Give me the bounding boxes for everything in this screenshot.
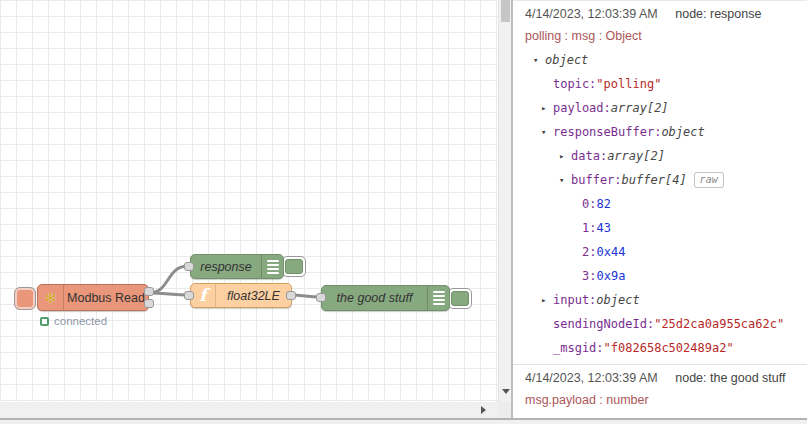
goodstuff-debug-toggle-button[interactable]: [448, 288, 472, 309]
tree-value: object: [545, 53, 588, 67]
function-f-icon: f: [199, 287, 206, 304]
tree-value: 43: [596, 221, 610, 235]
tree-key: 1:: [582, 221, 596, 235]
function-input-port[interactable]: [184, 291, 194, 300]
flow-canvas[interactable]: ✻ Modbus Read connected response f float…: [0, 0, 498, 402]
tree-value: "polling": [596, 77, 661, 91]
function-icon-region: f: [191, 284, 216, 307]
tree-key: payload:: [553, 101, 611, 115]
tree-row-data[interactable]: ▸data: array[2]: [525, 144, 801, 168]
scroll-right-arrow-icon[interactable]: [481, 406, 486, 414]
debug-timestamp: 4/14/2023, 12:03:39 AM: [525, 371, 658, 385]
debug-source-node: node: response: [675, 7, 761, 21]
scroll-down-arrow-icon[interactable]: [502, 389, 510, 394]
node-modbus-read[interactable]: ✻ Modbus Read: [37, 284, 149, 311]
tree-expand-icon[interactable]: ▾: [533, 55, 545, 65]
debug-object-tree: ▾objecttopic: "polling"▸payload: array[2…: [525, 48, 801, 360]
node-float32le[interactable]: f float32LE: [190, 283, 292, 308]
modbus-icon-region: ✻: [38, 285, 64, 310]
tree-value: 82: [596, 197, 610, 211]
status-text: connected: [54, 315, 107, 327]
tree-row-payload[interactable]: ▸payload: array[2]: [525, 96, 801, 120]
tree-key: _msgid:: [553, 341, 604, 355]
raw-toggle-button[interactable]: raw: [694, 172, 724, 188]
tree-row-object[interactable]: ▾object: [525, 48, 801, 72]
debug-sidebar: 4/14/2023, 12:03:39 AM node: response po…: [513, 0, 807, 418]
debug-message-meta: polling : msg : Object: [525, 28, 801, 45]
tree-value: "f082658c502489a2": [604, 341, 734, 355]
function-node-label: float32LE: [216, 289, 291, 303]
tree-expand-icon[interactable]: ▸: [541, 295, 553, 305]
tree-key: input:: [553, 293, 596, 307]
response-debug-toggle-button[interactable]: [282, 256, 306, 277]
tree-row-2: 2: 0x44: [525, 240, 801, 264]
vertical-scrollbar-thumb[interactable]: [501, 0, 510, 22]
tree-row-1: 1: 43: [525, 216, 801, 240]
tree-value: "25d2ca0a955ca62c": [654, 317, 784, 331]
wire-modbus-to-function[interactable]: [149, 293, 188, 295]
tree-expand-icon[interactable]: ▸: [541, 103, 553, 113]
modbus-output-port-1[interactable]: [144, 287, 154, 296]
tree-row-buffer[interactable]: ▾buffer: buffer[4]raw: [525, 168, 801, 192]
node-good-stuff[interactable]: the good stuff: [321, 285, 450, 311]
tree-expand-icon[interactable]: ▾: [559, 175, 571, 185]
tree-value: array[2]: [611, 101, 669, 115]
debug-message-good-stuff: 4/14/2023, 12:03:39 AM node: the good st…: [513, 364, 807, 418]
wire-modbus-to-response[interactable]: [149, 266, 188, 293]
debug-icon: [261, 255, 283, 278]
tree-key: data:: [571, 149, 607, 163]
modbus-status: connected: [40, 315, 107, 327]
tree-value: object: [596, 293, 639, 307]
tree-key: 3:: [582, 269, 596, 283]
tree-value: buffer[4]: [622, 173, 687, 187]
tree-key: responseBuffer:: [553, 125, 661, 139]
modbus-serial-icon: ✻: [45, 291, 57, 305]
debug-message-header: 4/14/2023, 12:03:39 AM node: the good st…: [525, 370, 801, 387]
modbus-trigger-button[interactable]: [14, 287, 36, 310]
debug-timestamp: 4/14/2023, 12:03:39 AM: [525, 7, 658, 21]
response-node-label: response: [191, 260, 261, 274]
tree-value: 0x44: [596, 245, 625, 259]
debug-message-response: 4/14/2023, 12:03:39 AM node: response po…: [513, 1, 807, 364]
tree-key: 0:: [582, 197, 596, 211]
debug-message-meta: msg.payload : number: [525, 392, 801, 409]
tree-row-topic: topic: "polling": [525, 72, 801, 96]
debug-source-node: node: the good stuff: [675, 371, 785, 385]
function-output-port[interactable]: [286, 291, 296, 300]
goodstuff-node-label: the good stuff: [322, 291, 427, 305]
tree-expand-icon[interactable]: ▸: [559, 151, 571, 161]
window-bottom-strip: [0, 420, 807, 424]
tree-value: 0x9a: [596, 269, 625, 283]
node-response[interactable]: response: [190, 254, 284, 279]
status-ring-icon: [40, 317, 49, 326]
tree-key: topic:: [553, 77, 596, 91]
tree-expand-icon[interactable]: ▾: [541, 127, 553, 137]
tree-value: array[2]: [607, 149, 665, 163]
canvas-horizontal-scrollbar[interactable]: [0, 402, 498, 418]
goodstuff-toggle-fill: [451, 291, 469, 306]
tree-row-sendingNodeId: sendingNodeId: "25d2ca0a955ca62c": [525, 312, 801, 336]
tree-row-responseBuffer[interactable]: ▾responseBuffer: object: [525, 120, 801, 144]
tree-row-0: 0: 82: [525, 192, 801, 216]
tree-row-_msgid: _msgid: "f082658c502489a2": [525, 336, 801, 360]
response-toggle-fill: [285, 259, 303, 274]
modbus-output-port-2[interactable]: [144, 299, 154, 308]
tree-row-3: 3: 0x9a: [525, 264, 801, 288]
debug-message-header: 4/14/2023, 12:03:39 AM node: response: [525, 6, 801, 23]
tree-key: sendingNodeId:: [553, 317, 654, 331]
scrollbar-corner: [498, 402, 511, 418]
wire-layer: [0, 0, 498, 402]
canvas-vertical-scrollbar[interactable]: [498, 0, 511, 402]
tree-key: buffer:: [571, 173, 622, 187]
tree-value: object: [661, 125, 704, 139]
tree-row-input[interactable]: ▸input: object: [525, 288, 801, 312]
goodstuff-input-port[interactable]: [316, 293, 326, 302]
response-input-port[interactable]: [184, 262, 194, 271]
debug-icon: [427, 286, 449, 310]
tree-key: 2:: [582, 245, 596, 259]
modbus-node-label: Modbus Read: [64, 291, 148, 305]
